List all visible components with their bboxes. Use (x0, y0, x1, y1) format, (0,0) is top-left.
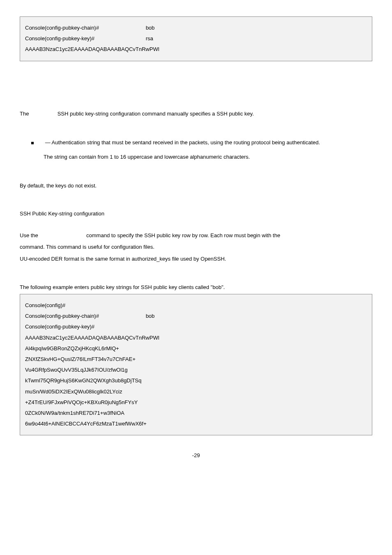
bullet-icon (31, 142, 34, 144)
code-line: Console(config-pubkey-key)# (25, 323, 367, 331)
code-box-1: Console(config-pubkey-chain)# bob Consol… (20, 16, 372, 61)
example-paragraph: The following example enters public key … (20, 282, 372, 294)
prompt-text: Console(config-pubkey-key)# (25, 35, 144, 42)
bullet-text-line1: — Authentication string that must be sen… (45, 139, 320, 146)
text-body: command to specify the SSH public key ro… (86, 232, 280, 238)
code-line: muSn/Wd05iDX2IExQWu08licglk02LYciz (25, 388, 367, 395)
page-number: -29 (20, 452, 372, 459)
default-paragraph: By default, the keys do not exist. (20, 180, 372, 192)
code-line: Console(config-pubkey-chain)# bob (25, 312, 367, 320)
code-line: Console(config-pubkey-key)# rsa (25, 35, 367, 42)
code-value: bob (146, 313, 155, 319)
key-string: AAAAB3NzaC1yc2EAAAADAQABAAABAQCvTnRwPWl (25, 46, 159, 52)
code-line: 0ZCk0N/W9a/tnkm1shRE7Di71+w3fNiOA (25, 409, 367, 417)
use-paragraph: Use the command to specify the SSH publi… (20, 230, 372, 242)
code-line: Al4kpqIw9GBRonZQZxjHKcqKL6rMlQ+ (25, 345, 367, 352)
code-value: rsa (146, 35, 153, 42)
code-line: AAAAB3NzaC1yc2EAAAADAQABAAABAQCvTnRwPWl (25, 46, 367, 53)
code-box-2: Console(config)# Console(config-pubkey-c… (20, 294, 372, 435)
code-line: Console(config)# (25, 302, 367, 309)
text-prefix: Use the (20, 232, 38, 238)
bullet-text-line2: The string can contain from 1 to 16 uppe… (44, 150, 372, 163)
prompt-text: Console(config-pubkey-chain)# (25, 312, 144, 320)
code-line: Console(config-pubkey-chain)# bob (25, 24, 367, 32)
ssh-config-paragraph: SSH Public Key-string configuration (20, 208, 372, 220)
code-line: 6w9o44t6+AlNEICBCCA4YcF6zMzaT1wefWwX6f+ (25, 420, 367, 428)
code-line: kTwml75QR9gHujS6KwGN2QWXgh3ub8gDjTSq (25, 377, 367, 384)
text-prefix: The (20, 111, 29, 117)
prompt-text: Console(config-pubkey-chain)# (25, 24, 144, 32)
command-paragraph: command. This command is useful for conf… (20, 241, 372, 253)
code-value: bob (146, 25, 155, 31)
uu-encoded-paragraph: UU-encoded DER format is the same format… (20, 253, 372, 265)
description-paragraph: The SSH public key-string configuration … (20, 108, 372, 120)
code-line: AAAAB3NzaC1yc2EAAAADAQABAAABAQCvTnRwPWl (25, 334, 367, 342)
code-line: ZNXfZSkvHG+QusIZ/76ILmFT34v7u7ChFAE+ (25, 356, 367, 363)
text-body: SSH public key-string configuration comm… (58, 111, 254, 117)
bullet-item: — Authentication string that must be sen… (20, 136, 372, 149)
code-line: Vu4GRfpSwoQUvV35LqJJk67IOU/zfwOl1g (25, 366, 367, 374)
code-line: +Z4TrEU/9FJxwPiVQOjc+KBXuR0juNg5nFYsY (25, 399, 367, 406)
